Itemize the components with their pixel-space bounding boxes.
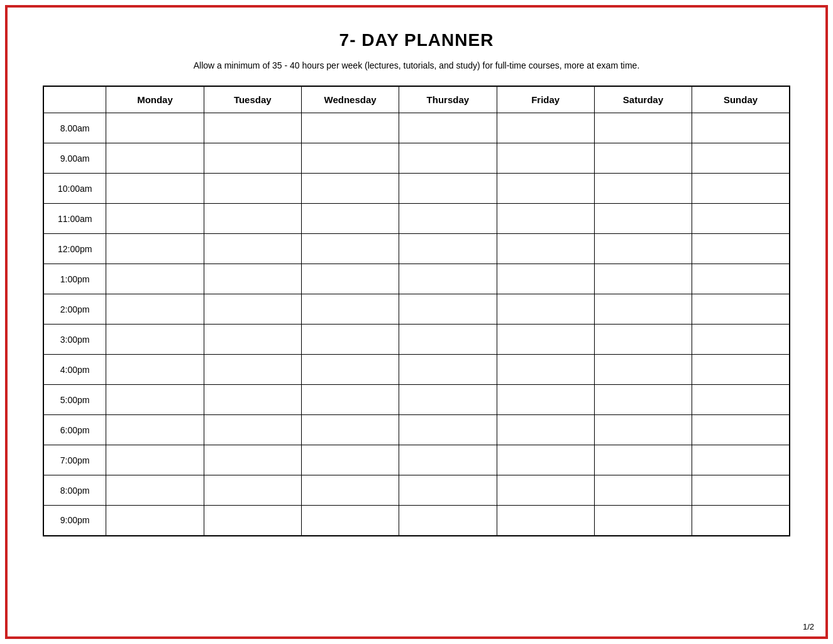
schedule-cell[interactable]: [204, 385, 301, 415]
schedule-cell[interactable]: [204, 174, 301, 204]
schedule-cell[interactable]: [497, 506, 594, 536]
schedule-cell[interactable]: [692, 415, 790, 445]
schedule-cell[interactable]: [204, 204, 301, 234]
schedule-cell[interactable]: [106, 234, 204, 264]
schedule-cell[interactable]: [497, 325, 594, 355]
schedule-cell[interactable]: [497, 294, 594, 325]
schedule-cell[interactable]: [594, 325, 692, 355]
schedule-cell[interactable]: [106, 264, 204, 294]
schedule-cell[interactable]: [692, 325, 790, 355]
schedule-cell[interactable]: [497, 445, 594, 475]
schedule-cell[interactable]: [106, 506, 204, 536]
schedule-cell[interactable]: [497, 234, 594, 264]
schedule-cell[interactable]: [106, 325, 204, 355]
schedule-cell[interactable]: [497, 143, 594, 174]
schedule-cell[interactable]: [497, 204, 594, 234]
schedule-cell[interactable]: [692, 264, 790, 294]
schedule-cell[interactable]: [399, 355, 497, 385]
schedule-cell[interactable]: [692, 355, 790, 385]
schedule-cell[interactable]: [497, 113, 594, 143]
schedule-cell[interactable]: [594, 204, 692, 234]
schedule-cell[interactable]: [692, 475, 790, 506]
schedule-cell[interactable]: [594, 234, 692, 264]
schedule-cell[interactable]: [497, 355, 594, 385]
schedule-cell[interactable]: [106, 415, 204, 445]
schedule-cell[interactable]: [204, 506, 301, 536]
schedule-cell[interactable]: [301, 294, 399, 325]
schedule-cell[interactable]: [594, 264, 692, 294]
schedule-cell[interactable]: [106, 113, 204, 143]
schedule-cell[interactable]: [692, 204, 790, 234]
schedule-cell[interactable]: [399, 506, 497, 536]
schedule-cell[interactable]: [692, 234, 790, 264]
schedule-cell[interactable]: [692, 445, 790, 475]
schedule-cell[interactable]: [399, 415, 497, 445]
schedule-cell[interactable]: [204, 294, 301, 325]
schedule-cell[interactable]: [106, 294, 204, 325]
schedule-cell[interactable]: [692, 385, 790, 415]
schedule-cell[interactable]: [399, 113, 497, 143]
schedule-cell[interactable]: [301, 234, 399, 264]
schedule-cell[interactable]: [301, 264, 399, 294]
schedule-cell[interactable]: [594, 385, 692, 415]
schedule-cell[interactable]: [594, 415, 692, 445]
schedule-cell[interactable]: [204, 445, 301, 475]
schedule-cell[interactable]: [301, 415, 399, 445]
schedule-cell[interactable]: [497, 415, 594, 445]
schedule-cell[interactable]: [204, 143, 301, 174]
schedule-cell[interactable]: [399, 385, 497, 415]
schedule-cell[interactable]: [301, 475, 399, 506]
schedule-cell[interactable]: [399, 445, 497, 475]
schedule-cell[interactable]: [301, 143, 399, 174]
schedule-cell[interactable]: [594, 475, 692, 506]
schedule-cell[interactable]: [692, 294, 790, 325]
schedule-cell[interactable]: [497, 264, 594, 294]
schedule-cell[interactable]: [497, 385, 594, 415]
schedule-cell[interactable]: [692, 143, 790, 174]
schedule-cell[interactable]: [399, 204, 497, 234]
schedule-cell[interactable]: [594, 174, 692, 204]
schedule-cell[interactable]: [399, 234, 497, 264]
schedule-cell[interactable]: [594, 445, 692, 475]
schedule-cell[interactable]: [594, 294, 692, 325]
schedule-cell[interactable]: [692, 113, 790, 143]
schedule-cell[interactable]: [399, 264, 497, 294]
schedule-cell[interactable]: [106, 475, 204, 506]
time-cell: 5:00pm: [43, 385, 106, 415]
schedule-cell[interactable]: [497, 475, 594, 506]
schedule-cell[interactable]: [594, 143, 692, 174]
schedule-cell[interactable]: [204, 325, 301, 355]
schedule-cell[interactable]: [692, 174, 790, 204]
schedule-cell[interactable]: [301, 385, 399, 415]
schedule-cell[interactable]: [301, 506, 399, 536]
schedule-cell[interactable]: [106, 445, 204, 475]
schedule-cell[interactable]: [204, 113, 301, 143]
schedule-cell[interactable]: [106, 355, 204, 385]
schedule-cell[interactable]: [301, 113, 399, 143]
schedule-cell[interactable]: [106, 143, 204, 174]
schedule-cell[interactable]: [594, 355, 692, 385]
schedule-cell[interactable]: [301, 204, 399, 234]
schedule-cell[interactable]: [301, 445, 399, 475]
schedule-cell[interactable]: [106, 204, 204, 234]
schedule-cell[interactable]: [301, 355, 399, 385]
schedule-cell[interactable]: [204, 415, 301, 445]
schedule-cell[interactable]: [204, 475, 301, 506]
schedule-cell[interactable]: [106, 385, 204, 415]
schedule-cell[interactable]: [204, 264, 301, 294]
schedule-cell[interactable]: [692, 506, 790, 536]
schedule-cell[interactable]: [204, 234, 301, 264]
schedule-cell[interactable]: [399, 174, 497, 204]
schedule-cell[interactable]: [204, 355, 301, 385]
schedule-cell[interactable]: [399, 325, 497, 355]
schedule-cell[interactable]: [399, 294, 497, 325]
schedule-cell[interactable]: [301, 325, 399, 355]
schedule-cell[interactable]: [106, 174, 204, 204]
schedule-cell[interactable]: [399, 475, 497, 506]
schedule-cell[interactable]: [301, 174, 399, 204]
schedule-cell[interactable]: [497, 174, 594, 204]
schedule-cell[interactable]: [594, 506, 692, 536]
table-row: 9:00pm: [43, 506, 790, 536]
schedule-cell[interactable]: [594, 113, 692, 143]
schedule-cell[interactable]: [399, 143, 497, 174]
